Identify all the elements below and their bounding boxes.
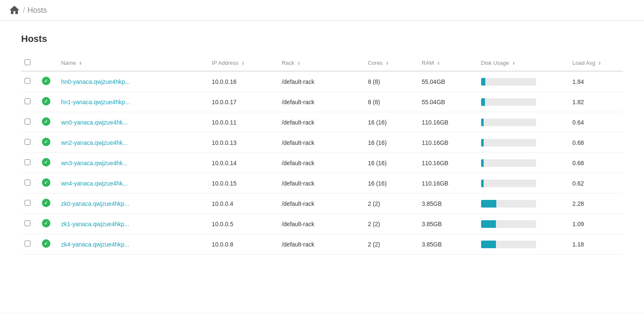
row-rack-cell: /default-rack bbox=[278, 153, 365, 173]
row-status-cell bbox=[39, 153, 58, 173]
disk-bar-fill bbox=[481, 98, 485, 106]
row-load-cell: 2.28 bbox=[569, 194, 623, 214]
row-cores-cell: 2 (2) bbox=[364, 234, 418, 255]
page-title: Hosts bbox=[21, 33, 623, 44]
host-name-link[interactable]: zk0-yanaca.qwjzue4hkp... bbox=[61, 200, 129, 207]
row-load-cell: 1.82 bbox=[569, 92, 623, 112]
row-checkbox[interactable] bbox=[25, 139, 30, 145]
host-name-link[interactable]: wn0-yanaca.qwjzue4hk... bbox=[61, 119, 127, 126]
hosts-table: Name ⬍ IP Address ⬍ Rack ⬍ Cores ⬍ RAM bbox=[21, 55, 623, 255]
host-name-link[interactable]: wn3-yanaca.qwjzue4hk... bbox=[61, 160, 127, 166]
table-row: hn0-yanaca.qwjzue4hkp... 10.0.0.16 /defa… bbox=[21, 71, 623, 92]
row-cores-cell: 16 (16) bbox=[364, 153, 418, 173]
status-ok-icon bbox=[42, 239, 50, 248]
row-checkbox[interactable] bbox=[25, 159, 30, 165]
host-name-link[interactable]: wn4-yanaca.qwjzue4hk... bbox=[61, 180, 127, 187]
row-status-cell bbox=[39, 92, 58, 112]
row-checkbox-cell bbox=[21, 92, 39, 112]
row-rack-cell: /default-rack bbox=[278, 173, 365, 194]
header-status-col bbox=[39, 55, 58, 71]
disk-bar-container bbox=[481, 139, 536, 147]
table-row: zk0-yanaca.qwjzue4hkp... 10.0.0.4 /defau… bbox=[21, 194, 623, 214]
host-name-link[interactable]: hn1-yanaca.qwjzue4hkp... bbox=[61, 99, 130, 105]
breadcrumb-bar: / Hosts bbox=[0, 0, 644, 21]
host-name-link[interactable]: zk1-yanaca.qwjzue4hkp... bbox=[61, 221, 129, 227]
row-rack-cell: /default-rack bbox=[278, 92, 365, 112]
breadcrumb-separator: / bbox=[23, 6, 25, 15]
row-status-cell bbox=[39, 112, 58, 133]
table-header-row: Name ⬍ IP Address ⬍ Rack ⬍ Cores ⬍ RAM bbox=[21, 55, 623, 71]
row-checkbox[interactable] bbox=[25, 241, 30, 247]
host-name-link[interactable]: zk4-yanaca.qwjzue4hkp... bbox=[61, 241, 129, 248]
row-cores-cell: 8 (8) bbox=[364, 92, 418, 112]
row-checkbox-cell bbox=[21, 234, 39, 255]
row-name-cell: wn0-yanaca.qwjzue4hk... bbox=[58, 112, 208, 133]
header-name[interactable]: Name ⬍ bbox=[58, 55, 208, 71]
row-disk-cell bbox=[478, 133, 569, 153]
row-name-cell: hn0-yanaca.qwjzue4hkp... bbox=[58, 71, 208, 92]
header-ram[interactable]: RAM ⬍ bbox=[418, 55, 478, 71]
row-ip-cell: 10.0.0.13 bbox=[209, 133, 278, 153]
row-ip-cell: 10.0.0.11 bbox=[209, 112, 278, 133]
name-sort-icon: ⬍ bbox=[79, 61, 82, 66]
header-ip[interactable]: IP Address ⬍ bbox=[209, 55, 278, 71]
row-disk-cell bbox=[478, 173, 569, 194]
status-ok-icon bbox=[42, 77, 50, 85]
row-load-cell: 1.84 bbox=[569, 71, 623, 92]
row-checkbox[interactable] bbox=[25, 78, 30, 84]
row-status-cell bbox=[39, 214, 58, 234]
row-disk-cell bbox=[478, 92, 569, 112]
host-name-link[interactable]: hn0-yanaca.qwjzue4hkp... bbox=[61, 78, 130, 85]
status-ok-icon bbox=[42, 97, 50, 105]
table-row: wn3-yanaca.qwjzue4hk... 10.0.0.14 /defau… bbox=[21, 153, 623, 173]
disk-bar-container bbox=[481, 200, 536, 208]
disk-bar-container bbox=[481, 78, 536, 86]
row-name-cell: wn4-yanaca.qwjzue4hk... bbox=[58, 173, 208, 194]
row-ip-cell: 10.0.0.15 bbox=[209, 173, 278, 194]
header-checkbox-col bbox=[21, 55, 39, 71]
row-ip-cell: 10.0.0.5 bbox=[209, 214, 278, 234]
row-ram-cell: 3.85GB bbox=[418, 234, 478, 255]
host-name-link[interactable]: wn2-yanaca.qwjzue4hk... bbox=[61, 139, 127, 146]
row-cores-cell: 2 (2) bbox=[364, 214, 418, 234]
main-content: Hosts Name ⬍ IP Address ⬍ Rack ⬍ bbox=[0, 21, 644, 313]
row-load-cell: 0.62 bbox=[569, 173, 623, 194]
table-row: zk4-yanaca.qwjzue4hkp... 10.0.0.8 /defau… bbox=[21, 234, 623, 255]
status-ok-icon bbox=[42, 117, 50, 126]
row-ram-cell: 110.16GB bbox=[418, 173, 478, 194]
disk-bar-container bbox=[481, 98, 536, 106]
cores-sort-icon: ⬍ bbox=[385, 61, 389, 66]
row-name-cell: zk0-yanaca.qwjzue4hkp... bbox=[58, 194, 208, 214]
header-cores[interactable]: Cores ⬍ bbox=[364, 55, 418, 71]
row-ram-cell: 110.16GB bbox=[418, 112, 478, 133]
row-checkbox[interactable] bbox=[25, 98, 30, 104]
row-checkbox-cell bbox=[21, 173, 39, 194]
row-ip-cell: 10.0.0.4 bbox=[209, 194, 278, 214]
row-name-cell: zk1-yanaca.qwjzue4hkp... bbox=[58, 214, 208, 234]
row-checkbox[interactable] bbox=[25, 220, 30, 226]
row-disk-cell bbox=[478, 112, 569, 133]
row-checkbox-cell bbox=[21, 71, 39, 92]
row-load-cell: 0.64 bbox=[569, 112, 623, 133]
status-ok-icon bbox=[42, 199, 50, 207]
row-ip-cell: 10.0.0.8 bbox=[209, 234, 278, 255]
row-rack-cell: /default-rack bbox=[278, 133, 365, 153]
header-rack[interactable]: Rack ⬍ bbox=[278, 55, 365, 71]
disk-bar-fill bbox=[481, 119, 484, 126]
row-checkbox-cell bbox=[21, 112, 39, 133]
select-all-checkbox[interactable] bbox=[25, 59, 30, 65]
row-ip-cell: 10.0.0.14 bbox=[209, 153, 278, 173]
row-disk-cell bbox=[478, 153, 569, 173]
row-ip-cell: 10.0.0.16 bbox=[209, 71, 278, 92]
table-row: wn4-yanaca.qwjzue4hk... 10.0.0.15 /defau… bbox=[21, 173, 623, 194]
row-ram-cell: 55.04GB bbox=[418, 71, 478, 92]
home-icon[interactable] bbox=[8, 4, 20, 16]
header-load-avg[interactable]: Load Avg ⬍ bbox=[569, 55, 623, 71]
row-checkbox[interactable] bbox=[25, 119, 30, 125]
row-checkbox[interactable] bbox=[25, 180, 30, 186]
row-cores-cell: 16 (16) bbox=[364, 112, 418, 133]
header-disk-usage[interactable]: Disk Usage ⬍ bbox=[478, 55, 569, 71]
row-checkbox[interactable] bbox=[25, 200, 30, 206]
row-name-cell: wn3-yanaca.qwjzue4hk... bbox=[58, 153, 208, 173]
ip-sort-icon: ⬍ bbox=[241, 61, 245, 66]
